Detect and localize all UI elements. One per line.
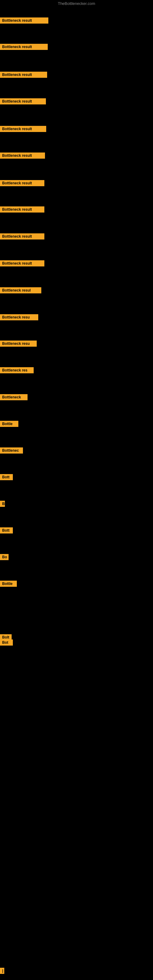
bottleneck-badge-14: Bottleneck res <box>0 367 33 373</box>
bottleneck-badge-5: Bottleneck result <box>0 126 46 132</box>
bottleneck-badge-26: | <box>0 968 4 974</box>
bottleneck-badge-19: B <box>0 501 5 507</box>
bottleneck-badge-13: Bottleneck resu <box>0 340 37 347</box>
bottleneck-badge-7: Bottleneck result <box>0 180 45 186</box>
bottleneck-badge-20: Bott <box>0 527 13 533</box>
bottleneck-badge-4: Bottleneck result <box>0 98 46 105</box>
bottleneck-badge-17: Bottlenec <box>0 447 23 453</box>
bottleneck-badge-18: Bott <box>0 474 13 480</box>
bottleneck-badge-15: Bottleneck <box>0 394 27 400</box>
site-title: TheBottlenecker.com <box>58 1 95 6</box>
bottleneck-badge-8: Bottleneck result <box>0 207 45 213</box>
bottleneck-badge-16: Bottle <box>0 421 18 427</box>
bottleneck-badge-25: Bot <box>0 640 13 646</box>
bottleneck-badge-6: Bottleneck result <box>0 153 45 159</box>
bottleneck-badge-12: Bottleneck resu <box>0 314 38 320</box>
bottleneck-badge-22: Bottle <box>0 581 17 587</box>
bottleneck-badge-9: Bottleneck result <box>0 233 45 240</box>
bottleneck-badge-10: Bottleneck result <box>0 260 45 266</box>
bottleneck-badge-3: Bottleneck result <box>0 72 47 78</box>
bottleneck-badge-1: Bottleneck result <box>0 18 48 24</box>
bottleneck-badge-21: Bo <box>0 554 9 560</box>
bottleneck-badge-11: Bottleneck resul <box>0 287 41 293</box>
bottleneck-badge-2: Bottleneck result <box>0 44 48 50</box>
